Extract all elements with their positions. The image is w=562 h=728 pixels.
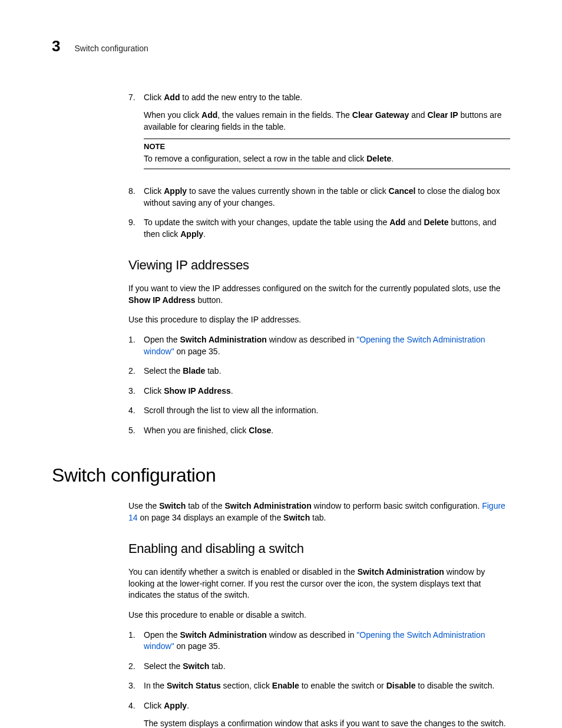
text: to add the new entry to the table.	[180, 93, 302, 102]
text: on page 34 displays an example of the	[138, 513, 284, 522]
bold-text: Switch	[183, 661, 209, 671]
list-body: Open the Switch Administration window as…	[144, 630, 510, 653]
list-item: 1. Open the Switch Administration window…	[128, 334, 510, 357]
text: In the	[144, 681, 167, 690]
bold-text: Switch	[283, 513, 310, 522]
list-marker: 1.	[128, 630, 144, 653]
text: Click	[144, 93, 164, 102]
text: Click	[144, 386, 164, 396]
bold-text: Show IP Address	[164, 386, 231, 396]
bold-text: Add	[389, 218, 405, 227]
text: When you click	[144, 110, 201, 120]
list-marker: 3.	[128, 386, 144, 397]
bold-text: Cancel	[389, 186, 416, 196]
bold-text: Blade	[183, 366, 205, 375]
bold-text: Add	[201, 110, 217, 120]
list-item: 2. Select the Blade tab.	[128, 365, 510, 377]
list-marker: 3.	[128, 680, 144, 692]
list-item: 5. When you are finished, click Close.	[128, 425, 510, 437]
bold-text: Switch Administration	[180, 335, 267, 344]
bold-text: Apply	[164, 186, 187, 196]
list-body: To update the switch with your changes, …	[144, 217, 510, 240]
list-item: 8. Click Apply to save the values curren…	[128, 186, 510, 209]
chapter-number: 3	[52, 35, 60, 57]
bold-text: Clear Gateway	[352, 110, 409, 120]
text: When you are finished, click	[144, 426, 249, 435]
text: .	[271, 426, 273, 435]
list-marker: 2.	[128, 661, 144, 673]
text: To remove a configuration, select a row …	[144, 154, 366, 163]
list-body: Select the Blade tab.	[144, 365, 510, 377]
text: To update the switch with your changes, …	[144, 218, 389, 227]
section-content: Use the Switch tab of the Switch Adminis…	[128, 500, 510, 728]
enabling-para2: Use this procedure to enable or disable …	[128, 610, 510, 621]
text: The system displays a confirmation windo…	[144, 719, 506, 728]
bold-text: Close	[249, 426, 271, 435]
switchconf-para1: Use the Switch tab of the Switch Adminis…	[128, 500, 510, 523]
enabling-para1: You can identify whether a switch is ena…	[128, 566, 510, 601]
bold-text: Apply	[164, 701, 187, 710]
text: to enable the switch or	[299, 681, 386, 690]
list-body: Click Apply to save the values currently…	[144, 186, 510, 209]
list-body: In the Switch Status section, click Enab…	[144, 680, 510, 692]
text: on page 35.	[174, 347, 220, 356]
bold-text: Switch Administration	[180, 630, 267, 640]
text: Open the	[144, 630, 180, 640]
bold-text: Switch Administration	[224, 501, 311, 510]
running-header: 3 Switch configuration	[52, 35, 510, 57]
page: 3 Switch configuration 7. Click Add to a…	[0, 0, 562, 728]
list-item: 3. In the Switch Status section, click E…	[128, 680, 510, 692]
text: .	[231, 386, 233, 396]
bold-text: Show IP Address	[128, 295, 196, 305]
step4-line2: The system displays a confirmation windo…	[144, 718, 510, 728]
text: Select the	[144, 661, 183, 671]
list-item: 4. Scroll through the list to view all t…	[128, 405, 510, 417]
text: and	[409, 110, 427, 120]
list-body: Click Show IP Address.	[144, 386, 510, 397]
bold-text: Delete	[424, 218, 449, 227]
bold-text: Switch	[159, 501, 186, 510]
bold-text: Switch Administration	[358, 567, 444, 577]
list-item: 2. Select the Switch tab.	[128, 661, 510, 673]
text: to disable the switch.	[415, 681, 494, 690]
text: If you want to view the IP addresses con…	[128, 284, 501, 293]
text: button.	[196, 295, 223, 305]
note-box: NOTE To remove a configuration, select a…	[144, 139, 510, 169]
list-item: 3. Click Show IP Address.	[128, 386, 510, 397]
list-marker: 8.	[128, 186, 144, 209]
step7-line1: Click Add to add the new entry to the ta…	[144, 92, 510, 104]
bold-text: Clear IP	[427, 110, 458, 120]
heading-viewing-ip: Viewing IP addresses	[128, 256, 510, 275]
main-content: 7. Click Add to add the new entry to the…	[128, 92, 510, 436]
text: Click	[144, 701, 164, 710]
heading-enabling-disabling: Enabling and disabling a switch	[128, 540, 510, 558]
text: tab.	[209, 661, 225, 671]
step4-line1: Click Apply.	[144, 700, 510, 712]
list-item: 7. Click Add to add the new entry to the…	[128, 92, 510, 177]
text: and	[405, 218, 424, 227]
text: .	[187, 701, 189, 710]
list-marker: 1.	[128, 334, 144, 357]
list-body: When you are finished, click Close.	[144, 425, 510, 437]
text: on page 35.	[174, 641, 220, 651]
text: window as described in	[267, 335, 357, 344]
list-body: Click Add to add the new entry to the ta…	[144, 92, 510, 177]
text: , the values remain in the fields. The	[217, 110, 352, 120]
bold-text: Enable	[272, 681, 299, 690]
text: Select the	[144, 366, 183, 375]
text: to save the values currently shown in th…	[187, 186, 388, 196]
bold-text: Delete	[366, 154, 391, 163]
list-item: 1. Open the Switch Administration window…	[128, 630, 510, 653]
text: .	[203, 229, 206, 239]
note-body: To remove a configuration, select a row …	[144, 153, 510, 165]
text: Use the	[128, 501, 159, 510]
list-marker: 2.	[128, 365, 144, 377]
bold-text: Switch Status	[167, 681, 221, 690]
note-label: NOTE	[144, 141, 510, 152]
text: Click	[144, 186, 164, 196]
list-body: Scroll through the list to view all the …	[144, 405, 510, 417]
viewing-para2: Use this procedure to display the IP add…	[128, 314, 510, 326]
bold-text: Disable	[386, 681, 416, 690]
viewing-para1: If you want to view the IP addresses con…	[128, 283, 510, 306]
text: Open the	[144, 335, 180, 344]
